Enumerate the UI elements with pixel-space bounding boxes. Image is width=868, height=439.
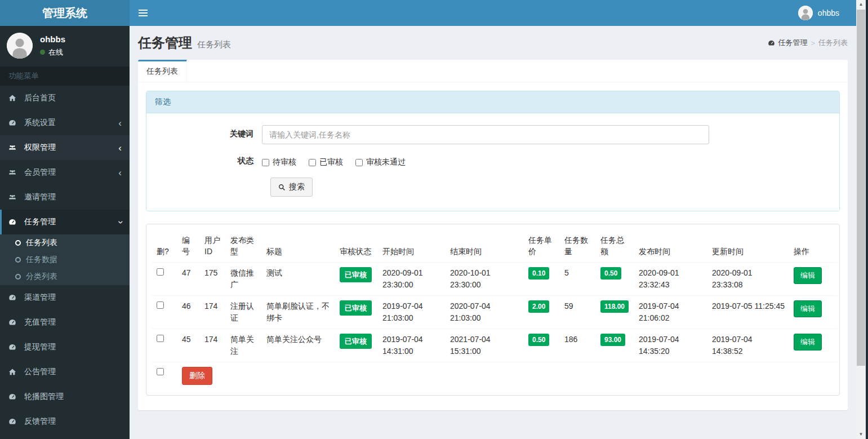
circle-icon [15, 274, 21, 280]
task-id: 46 [177, 295, 200, 329]
table-header-row: 删? 编号 用户ID 发布类型 标题 审核状态 开始时间 结束时间 任务单价 任… [152, 230, 838, 262]
sidebar-item-recharge[interactable]: 充值管理 [0, 310, 130, 335]
gauge-icon [8, 294, 20, 301]
users-icon [8, 168, 20, 176]
task-qty: 5 [560, 262, 596, 295]
sidebar-item-category-list[interactable]: 分类列表 [0, 268, 130, 285]
gauge-icon [768, 39, 775, 47]
edit-button[interactable]: 编辑 [794, 300, 822, 317]
select-all-checkbox[interactable] [157, 368, 164, 375]
task-user-id: 174 [200, 295, 226, 329]
tab-task-list[interactable]: 任务列表 [138, 60, 187, 82]
col-delete: 删? [152, 230, 177, 262]
breadcrumb-parent[interactable]: 任务管理 [768, 38, 807, 48]
row-checkbox[interactable] [157, 268, 164, 276]
approved-checkbox[interactable] [309, 159, 316, 166]
hamburger-icon [139, 10, 148, 11]
chevron-left-icon: ‹ [118, 143, 122, 153]
breadcrumb-current: 任务列表 [818, 38, 848, 48]
scroll-up-arrow-icon[interactable]: ▲ [856, 0, 866, 9]
keyword-input[interactable] [262, 125, 709, 144]
tasks-submenu: 任务列表 任务数据 分类列表 [0, 234, 130, 285]
task-updated: 2020-09-01 23:33:08 [707, 262, 789, 295]
vertical-scrollbar[interactable]: ▲ ▼ [856, 0, 866, 439]
task-updated: 2019-07-05 11:25:45 [707, 295, 789, 329]
gauge-icon [8, 119, 20, 127]
sidebar-user-panel: ohbbs 在线 [0, 26, 130, 66]
price-badge: 0.50 [528, 334, 549, 346]
task-end: 2020-07-04 21:03:00 [446, 295, 524, 329]
delete-button[interactable]: 删除 [182, 367, 212, 385]
navbar-user-menu[interactable]: ohbbs [798, 6, 839, 20]
edit-button[interactable]: 编辑 [794, 267, 822, 284]
table-row: 47 175 微信推广 测试 已审核 2020-09-01 23:30:00 2… [152, 262, 838, 295]
navbar-username: ohbbs [818, 8, 839, 17]
col-published: 发布时间 [634, 230, 707, 262]
status-badge: 已审核 [340, 267, 372, 283]
col-end: 结束时间 [446, 230, 524, 262]
col-updated: 更新时间 [707, 230, 789, 262]
main-content: 任务管理任务列表 任务管理 > 任务列表 任务列表 筛选 关键词 [130, 26, 856, 439]
search-button[interactable]: 搜索 [270, 178, 313, 197]
col-total: 任务总额 [596, 230, 634, 262]
filter-panel-header: 筛选 [146, 91, 839, 113]
task-title: 简单刷脸认证，不绑卡 [262, 295, 335, 329]
task-id: 45 [177, 329, 200, 362]
task-end: 2020-10-01 23:30:00 [446, 262, 524, 295]
sidebar-item-tasks[interactable]: 任务管理 ‹ [0, 210, 130, 234]
sidebar-item-withdraw[interactable]: 提现管理 [0, 335, 130, 360]
search-icon [278, 184, 286, 191]
status-option-pending[interactable]: 待审核 [262, 157, 296, 167]
row-checkbox[interactable] [157, 335, 164, 342]
circle-icon [15, 240, 21, 246]
user-avatar [7, 33, 33, 59]
scroll-down-arrow-icon[interactable]: ▼ [856, 430, 866, 439]
status-label: 状态 [158, 154, 262, 167]
sidebar-item-carousel[interactable]: 轮播图管理 [0, 384, 130, 409]
window-edge [866, 0, 868, 439]
row-checkbox[interactable] [157, 301, 164, 309]
task-table: 删? 编号 用户ID 发布类型 标题 审核状态 开始时间 结束时间 任务单价 任… [152, 230, 838, 389]
scrollbar-thumb[interactable] [857, 10, 865, 366]
col-actions: 操作 [789, 230, 838, 262]
status-badge: 已审核 [340, 334, 372, 349]
task-type: 微信推广 [226, 262, 262, 295]
gauge-icon [8, 218, 20, 226]
top-navbar: ohbbs [130, 0, 856, 26]
status-option-rejected[interactable]: 审核未通过 [355, 157, 406, 167]
edit-button[interactable]: 编辑 [794, 334, 822, 351]
sidebar-item-task-data[interactable]: 任务数据 [0, 251, 130, 268]
page-heading: 任务管理任务列表 [138, 34, 231, 52]
sidebar-item-home[interactable]: 后台首页 [0, 86, 130, 110]
col-price: 任务单价 [524, 230, 560, 262]
total-badge: 93.00 [600, 334, 625, 346]
status-option-approved[interactable]: 已审核 [309, 157, 343, 167]
sidebar-item-invites[interactable]: 邀请管理 [0, 185, 130, 210]
breadcrumb-separator: > [811, 39, 815, 47]
sidebar-item-task-list[interactable]: 任务列表 [0, 234, 130, 251]
price-badge: 2.00 [528, 300, 549, 313]
tab-nav: 任务列表 [138, 60, 848, 82]
page-title: 任务管理 [138, 35, 192, 50]
sidebar-item-system-settings[interactable]: 系统设置 ‹ [0, 110, 130, 135]
task-title: 简单关注公众号 [262, 329, 335, 362]
task-qty: 186 [560, 329, 596, 362]
chevron-left-icon: ‹ [118, 118, 122, 128]
sidebar: ohbbs 在线 功能菜单 后台首页 系统设置 ‹ 权限管理 ‹ 会员管理 ‹ … [0, 26, 130, 439]
task-published: 2019-07-04 21:06:02 [634, 295, 707, 329]
task-title: 测试 [262, 262, 335, 295]
sidebar-item-channels[interactable]: 渠道管理 [0, 285, 130, 310]
app-logo[interactable]: 管理系统 [0, 0, 130, 26]
users-icon [8, 193, 20, 201]
col-type: 发布类型 [226, 230, 262, 262]
sidebar-item-feedback[interactable]: 反馈管理 [0, 409, 130, 434]
sidebar-item-permissions[interactable]: 权限管理 ‹ [0, 135, 130, 160]
rejected-checkbox[interactable] [355, 159, 363, 166]
sidebar-item-members[interactable]: 会员管理 ‹ [0, 160, 130, 185]
sidebar-toggle-button[interactable] [139, 10, 148, 16]
pending-checkbox[interactable] [262, 159, 269, 166]
task-user-id: 175 [200, 262, 226, 295]
tab-container: 任务列表 筛选 关键词 状态 待审核 [138, 60, 848, 410]
sidebar-item-announcements[interactable]: 公告管理 [0, 360, 130, 384]
col-status: 审核状态 [335, 230, 378, 262]
